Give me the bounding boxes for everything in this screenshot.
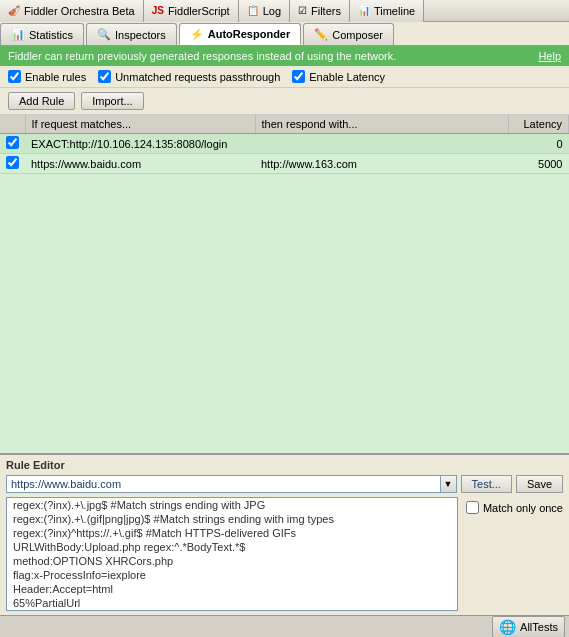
list-item[interactable]: 65%PartialUrl [7, 596, 457, 610]
composer-icon: ✏️ [314, 28, 328, 41]
tab-timeline[interactable]: 📊 Timeline [350, 0, 424, 22]
rule-editor-top: ▼ Test... Save [6, 475, 563, 493]
status-bar: 🌐 AllTests [0, 615, 569, 637]
header-respond-col: then respond with... [255, 115, 509, 134]
tab-filters[interactable]: ☑ Filters [290, 0, 350, 22]
table-header-row: If request matches... then respond with.… [0, 115, 569, 134]
inspectors-icon: 🔍 [97, 28, 111, 41]
row-latency: 0 [509, 134, 569, 154]
main-content: Fiddler can return previously generated … [0, 46, 569, 637]
empty-table-area [0, 174, 569, 424]
tab-composer[interactable]: ✏️ Composer [303, 23, 394, 45]
row-latency: 5000 [509, 154, 569, 174]
list-item[interactable]: Header:Accept=html [7, 582, 457, 596]
list-item[interactable]: flag:x-ProcessInfo=iexplore [7, 568, 457, 582]
enable-latency-checkbox[interactable]: Enable Latency [292, 70, 385, 83]
save-button[interactable]: Save [516, 475, 563, 493]
rules-table: If request matches... then respond with.… [0, 115, 569, 174]
import-button[interactable]: Import... [81, 92, 143, 110]
list-item[interactable]: URLWithBody:Upload.php regex:^.*BodyText… [7, 540, 457, 554]
tab-inspectors[interactable]: 🔍 Inspectors [86, 23, 177, 45]
title-bar: 🎻 Fiddler Orchestra Beta JS FiddlerScrip… [0, 0, 569, 22]
tab-autoresponder[interactable]: ⚡ AutoResponder [179, 23, 302, 45]
js-icon: JS [152, 5, 164, 16]
rule-editor-actions: Test... Save [461, 475, 563, 493]
header-match-col: If request matches... [25, 115, 255, 134]
autoresponder-icon: ⚡ [190, 28, 204, 41]
rule-input-container: ▼ [6, 475, 457, 493]
help-link[interactable]: Help [538, 50, 561, 62]
row-checkbox[interactable] [0, 154, 25, 174]
test-button[interactable]: Test... [461, 475, 512, 493]
row-respond [255, 134, 509, 154]
dropdown-list[interactable]: regex:(?inx).+\.jpg$ #Match strings endi… [6, 497, 458, 611]
timeline-icon: 📊 [358, 5, 370, 16]
tab-fiddler-orchestra[interactable]: 🎻 Fiddler Orchestra Beta [0, 0, 144, 22]
statistics-icon: 📊 [11, 28, 25, 41]
table-row[interactable]: https://www.baidu.com http://www.163.com… [0, 154, 569, 174]
info-banner: Fiddler can return previously generated … [0, 46, 569, 66]
list-item[interactable]: regex:(?inx).+\.(gif|png|jpg)$ #Match st… [7, 512, 457, 526]
web-icon: 🌐 [499, 619, 516, 635]
tab-statistics[interactable]: 📊 Statistics [0, 23, 84, 45]
row-match: https://www.baidu.com [25, 154, 255, 174]
enable-rules-checkbox[interactable]: Enable rules [8, 70, 86, 83]
dropdown-button[interactable]: ▼ [441, 475, 457, 493]
match-only-once-label[interactable]: Match only once [466, 501, 563, 514]
header-checkbox-col [0, 115, 25, 134]
rule-editor-title: Rule Editor [6, 459, 563, 471]
add-rule-button[interactable]: Add Rule [8, 92, 75, 110]
row-respond: http://www.163.com [255, 154, 509, 174]
list-item[interactable]: regex:(?inx)^https://.+\.gif$ #Match HTT… [7, 526, 457, 540]
match-only-once-checkbox[interactable] [466, 501, 479, 514]
header-latency-col: Latency [509, 115, 569, 134]
rule-editor: Rule Editor ▼ Test... Save regex:(?inx).… [0, 453, 569, 615]
list-item[interactable]: method:OPTIONS XHRCors.php [7, 554, 457, 568]
row-match: EXACT:http://10.106.124.135:8080/login [25, 134, 255, 154]
filters-icon: ☑ [298, 5, 307, 16]
banner-text: Fiddler can return previously generated … [8, 50, 396, 62]
tab-fiddlerscript[interactable]: JS FiddlerScript [144, 0, 239, 22]
table-row[interactable]: EXACT:http://10.106.124.135:8080/login 0 [0, 134, 569, 154]
tab-log[interactable]: 📋 Log [239, 0, 290, 22]
unmatched-passthrough-checkbox[interactable]: Unmatched requests passthrough [98, 70, 280, 83]
rules-table-area: If request matches... then respond with.… [0, 115, 569, 453]
checkboxes-row: Enable rules Unmatched requests passthro… [0, 66, 569, 88]
all-tests-button[interactable]: 🌐 AllTests [492, 616, 565, 638]
match-only-once-container: Match only once [466, 497, 563, 611]
buttons-row: Add Rule Import... [0, 88, 569, 115]
rule-editor-bottom: regex:(?inx).+\.jpg$ #Match strings endi… [6, 497, 563, 611]
list-item[interactable]: regex:(?inx).+\.jpg$ #Match strings endi… [7, 498, 457, 512]
rule-input[interactable] [6, 475, 441, 493]
nav-tabs: 📊 Statistics 🔍 Inspectors ⚡ AutoResponde… [0, 22, 569, 46]
row-checkbox[interactable] [0, 134, 25, 154]
fiddler-icon: 🎻 [8, 5, 20, 16]
log-icon: 📋 [247, 5, 259, 16]
